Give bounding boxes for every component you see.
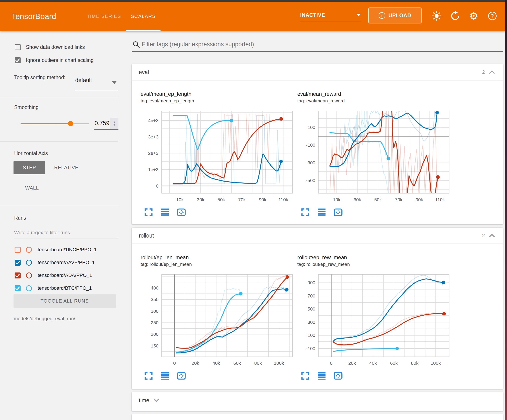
run-label: tensorboard/AAVE/PPO_1: [38, 260, 95, 265]
gear-icon[interactable]: ⚙: [468, 11, 479, 21]
window-top-strip: [0, 0, 507, 2]
chevron-down-icon[interactable]: [153, 398, 160, 403]
svg-text:80k: 80k: [254, 360, 262, 365]
chart-rollout_ep_len_mean: rollout/ep_len_meantag: rollout/ep_len_m…: [141, 254, 294, 381]
tooltip-sorting-dropdown[interactable]: default: [75, 74, 118, 91]
section-count: 2: [482, 69, 485, 75]
run-checkbox[interactable]: [15, 285, 21, 291]
run-label: tensorboard/1INCH/PPO_1: [38, 247, 97, 253]
chart-tag: tag: eval/mean_ep_length: [141, 98, 294, 104]
section-collapse-toggle[interactable]: [488, 70, 495, 75]
search-icon: [132, 41, 140, 49]
fit-domain-icon[interactable]: [176, 371, 186, 381]
tab-scalars[interactable]: SCALARS: [126, 2, 161, 31]
section-collapse-toggle[interactable]: [488, 233, 495, 238]
main-content: eval2eval/mean_ep_lengthtag: eval/mean_e…: [128, 31, 505, 420]
svg-text:10k: 10k: [333, 197, 340, 202]
app-header: TensorBoard TIME SERIESSCALARS INACTIVE …: [0, 2, 505, 31]
divider: [0, 141, 118, 142]
svg-text:100k: 100k: [431, 360, 441, 365]
fit-domain-icon[interactable]: [176, 207, 186, 217]
svg-text:40k: 40k: [212, 360, 220, 365]
run-label: tensorboard/ADA/PPO_1: [38, 272, 92, 278]
axis-option-relative[interactable]: RELATIVE: [50, 161, 82, 174]
svg-text:0: 0: [173, 360, 176, 365]
app-title: TensorBoard: [12, 2, 56, 31]
section-title: eval: [139, 69, 149, 76]
fit-domain-icon[interactable]: [333, 371, 343, 381]
refresh-icon[interactable]: [450, 11, 460, 21]
runs-filter-input[interactable]: [14, 228, 116, 238]
checkbox[interactable]: [15, 44, 21, 50]
check-icon: [15, 57, 21, 63]
svg-text:90k: 90k: [259, 197, 266, 202]
chart-tag: tag: rollout/ep_rew_mean: [297, 261, 451, 267]
checkbox-label: Show data download links: [26, 44, 85, 50]
svg-text:400: 400: [151, 285, 159, 290]
svg-text:60k: 60k: [233, 360, 241, 365]
chevron-up-icon[interactable]: [488, 70, 495, 75]
chevron-down-icon: [112, 81, 116, 84]
chart-title: rollout/ep_rew_mean: [297, 254, 451, 261]
fullscreen-icon[interactable]: [144, 371, 154, 381]
partial-section-card: [132, 414, 503, 420]
brightness-icon[interactable]: [431, 11, 442, 21]
smoothing-slider[interactable]: [21, 123, 89, 124]
scalar-chart-plot[interactable]: 020k40k60k80k100k-100100300500700900: [297, 273, 451, 368]
fullscreen-icon[interactable]: [300, 207, 310, 217]
check-icon: [15, 272, 21, 278]
checkbox[interactable]: [15, 57, 21, 63]
fullscreen-icon[interactable]: [144, 207, 154, 217]
data-table-icon[interactable]: [317, 371, 327, 381]
window-scrollbar[interactable]: [505, 0, 507, 420]
run-checkbox[interactable]: [15, 247, 21, 253]
svg-text:0: 0: [330, 360, 332, 365]
run-row: tensorboard/BTC/PPO_1: [0, 282, 128, 295]
scalar-chart-plot[interactable]: 020k40k60k80k100k150200250300350400: [141, 273, 294, 368]
filter-tags-input[interactable]: [142, 39, 496, 49]
help-icon[interactable]: ?: [487, 11, 498, 21]
section-header[interactable]: eval2: [132, 64, 503, 81]
upload-button[interactable]: i UPLOAD: [368, 7, 422, 23]
section-collapse-toggle[interactable]: [153, 398, 160, 403]
fullscreen-icon[interactable]: [300, 371, 310, 381]
stepper-icon[interactable]: ▲▼: [110, 118, 119, 129]
chevron-up-icon[interactable]: [488, 233, 495, 238]
upload-label: UPLOAD: [388, 13, 411, 19]
fit-domain-icon[interactable]: [333, 207, 343, 217]
axis-option-wall[interactable]: WALL: [16, 181, 48, 195]
status-dropdown[interactable]: INACTIVE: [300, 8, 361, 22]
divider: [0, 97, 118, 97]
scalar-chart-plot[interactable]: 10k30k50k70k90k110k100-100-300-500: [297, 109, 451, 204]
data-table-icon[interactable]: [317, 207, 327, 217]
chart-toolbar: [141, 371, 294, 381]
chevron-down-icon: [356, 14, 361, 16]
check-icon: [15, 285, 21, 291]
svg-text:70k: 70k: [238, 197, 246, 202]
svg-text:1e+3: 1e+3: [148, 167, 159, 172]
toggle-all-runs-button[interactable]: TOGGLE ALL RUNS: [14, 294, 116, 308]
run-color-ring-icon: [26, 247, 32, 253]
slider-handle[interactable]: [68, 121, 73, 126]
svg-text:300: 300: [151, 309, 159, 314]
svg-text:80k: 80k: [411, 360, 418, 365]
section-header[interactable]: time: [132, 392, 503, 408]
section-header[interactable]: rollout2: [132, 227, 503, 244]
scalar-chart-plot[interactable]: 10k30k50k70k90k110k01e+32e+33e+34e+3: [141, 109, 294, 204]
chart-toolbar: [297, 207, 451, 217]
svg-text:200: 200: [151, 331, 159, 337]
check-icon: [15, 260, 21, 266]
data-table-icon[interactable]: [160, 371, 170, 381]
section-card-time: time: [132, 392, 503, 411]
run-label: tensorboard/BTC/PPO_1: [38, 285, 92, 291]
svg-text:300: 300: [308, 320, 315, 325]
runs-label: Runs: [14, 215, 26, 221]
tab-time-series[interactable]: TIME SERIES: [82, 2, 126, 31]
axis-option-step[interactable]: STEP: [14, 161, 45, 174]
smoothing-input[interactable]: 0.759 ▲▼: [94, 117, 119, 130]
svg-text:0: 0: [156, 183, 159, 188]
svg-text:-300: -300: [306, 160, 315, 165]
data-table-icon[interactable]: [160, 207, 170, 217]
run-checkbox[interactable]: [15, 272, 21, 278]
run-checkbox[interactable]: [15, 260, 21, 266]
